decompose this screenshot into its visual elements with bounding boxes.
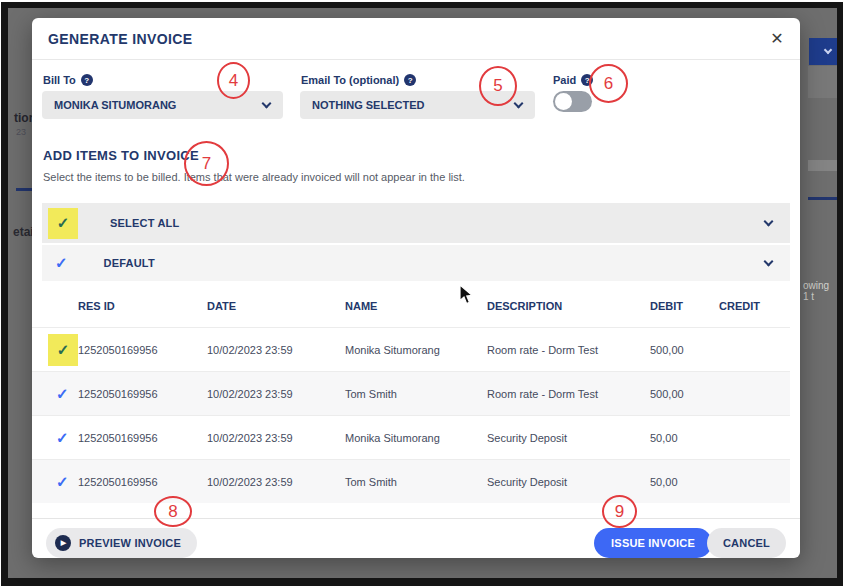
modal-title: GENERATE INVOICE [48, 31, 193, 47]
column-header-description: DESCRIPTION [487, 300, 650, 322]
annotation-circle-8: 8 [154, 496, 192, 527]
default-group-label: DEFAULT [104, 257, 155, 269]
cell-date: 10/02/2023 23:59 [207, 476, 345, 488]
column-header-debit: DEBIT [650, 300, 719, 322]
items-section-subtext: Select the items to be billed. Items tha… [43, 171, 465, 183]
cell-res-id: 1252050169956 [78, 432, 207, 444]
email-to-selected-value: NOTHING SELECTED [312, 99, 424, 111]
annotation-circle-7: 7 [184, 141, 229, 186]
cell-description: Room rate - Dorm Test [487, 388, 650, 400]
background-tab-label-fragment: etai [13, 225, 34, 239]
cell-description: Security Deposit [487, 432, 650, 444]
mouse-cursor [459, 284, 474, 306]
bill-to-select[interactable]: MONIKA SITUMORANG [42, 91, 283, 119]
items-section-heading: ADD ITEMS TO INVOICE [43, 148, 199, 163]
cell-name: Monika Situmorang [345, 432, 487, 444]
preview-invoice-button[interactable]: ▶ PREVIEW INVOICE [46, 528, 197, 558]
help-icon[interactable]: ? [404, 74, 416, 86]
cancel-button[interactable]: CANCEL [707, 528, 786, 558]
cell-res-id: 1252050169956 [78, 476, 207, 488]
check-icon[interactable]: ✓ [55, 254, 68, 272]
cell-name: Tom Smith [345, 476, 487, 488]
generate-invoice-modal: GENERATE INVOICE ✕ Bill To ? MONIKA SITU… [32, 18, 800, 558]
play-icon: ▶ [55, 535, 71, 551]
table-row[interactable]: ✓ 1252050169956 10/02/2023 23:59 Tom Smi… [32, 459, 790, 503]
screenshot-root: tion 23 etai owing 1 t GENERATE INVOICE … [0, 0, 844, 588]
check-icon[interactable]: ✓ [57, 214, 70, 232]
cell-res-id: 1252050169956 [78, 388, 207, 400]
cell-debit: 500,00 [650, 388, 719, 400]
chevron-down-icon[interactable] [764, 257, 774, 267]
column-header-date: DATE [207, 300, 345, 322]
row-check-icon[interactable]: ✓ [57, 341, 70, 359]
background-row-strip [808, 160, 837, 171]
email-to-label: Email To (optional) ? [301, 74, 416, 86]
background-date-fragment: 23 [16, 127, 26, 137]
cell-debit: 500,00 [650, 344, 719, 356]
column-header-spacer [42, 312, 78, 322]
cell-res-id: 1252050169956 [78, 344, 207, 356]
bill-to-selected-value: MONIKA SITUMORANG [54, 99, 176, 111]
cell-description: Room rate - Dorm Test [487, 344, 650, 356]
cell-name: Monika Situmorang [345, 344, 487, 356]
cell-debit: 50,00 [650, 432, 719, 444]
modal-footer: ▶ PREVIEW INVOICE ISSUE INVOICE CANCEL [32, 518, 800, 558]
select-all-row[interactable]: ✓ SELECT ALL [42, 203, 790, 243]
issue-invoice-button[interactable]: ISSUE INVOICE [594, 528, 712, 558]
chevron-down-icon [262, 99, 272, 109]
chevron-down-icon [823, 46, 831, 54]
bill-to-label: Bill To ? [43, 74, 93, 86]
toggle-knob [555, 93, 572, 110]
cell-description: Security Deposit [487, 476, 650, 488]
close-icon[interactable]: ✕ [764, 25, 790, 51]
annotation-circle-4: 4 [217, 62, 250, 99]
row-check-icon[interactable]: ✓ [56, 429, 78, 447]
background-table-header-line [808, 197, 837, 200]
highlight-block: ✓ [48, 334, 78, 366]
row-check-icon[interactable]: ✓ [56, 385, 78, 403]
paid-toggle[interactable] [553, 91, 592, 112]
preview-invoice-label: PREVIEW INVOICE [79, 537, 181, 549]
annotation-circle-5: 5 [479, 66, 517, 106]
default-group-row[interactable]: ✓ DEFAULT [42, 245, 790, 281]
cell-date: 10/02/2023 23:59 [207, 388, 345, 400]
help-icon[interactable]: ? [81, 74, 93, 86]
paid-label-text: Paid [553, 74, 576, 86]
cell-debit: 50,00 [650, 476, 719, 488]
bill-to-label-text: Bill To [43, 74, 76, 86]
annotation-circle-6: 6 [589, 64, 628, 103]
cell-date: 10/02/2023 23:59 [207, 432, 345, 444]
table-row[interactable]: ✓ 1252050169956 10/02/2023 23:59 Monika … [32, 327, 790, 371]
chevron-down-icon[interactable] [764, 217, 774, 227]
cell-name: Tom Smith [345, 388, 487, 400]
email-to-label-text: Email To (optional) [301, 74, 399, 86]
background-showing-caption-fragment: owing 1 t [803, 280, 837, 302]
select-all-label: SELECT ALL [110, 217, 179, 229]
modal-header: GENERATE INVOICE ✕ [32, 18, 800, 60]
items-table-body: ✓ 1252050169956 10/02/2023 23:59 Monika … [32, 327, 790, 503]
row-check-icon[interactable]: ✓ [56, 473, 78, 491]
cell-date: 10/02/2023 23:59 [207, 344, 345, 356]
background-actions-button [809, 38, 837, 65]
background-row-strip [808, 66, 837, 98]
table-row[interactable]: ✓ 1252050169956 10/02/2023 23:59 Monika … [32, 415, 790, 459]
items-table-header: RES ID DATE NAME DESCRIPTION DEBIT CREDI… [32, 287, 790, 322]
chevron-down-icon [514, 99, 524, 109]
column-header-credit: CREDIT [719, 300, 790, 322]
column-header-res-id: RES ID [78, 300, 207, 322]
highlight-block: ✓ [48, 208, 78, 239]
table-row[interactable]: ✓ 1252050169956 10/02/2023 23:59 Tom Smi… [32, 371, 790, 415]
annotation-circle-9: 9 [602, 495, 637, 528]
paid-label: Paid ? [553, 74, 593, 86]
